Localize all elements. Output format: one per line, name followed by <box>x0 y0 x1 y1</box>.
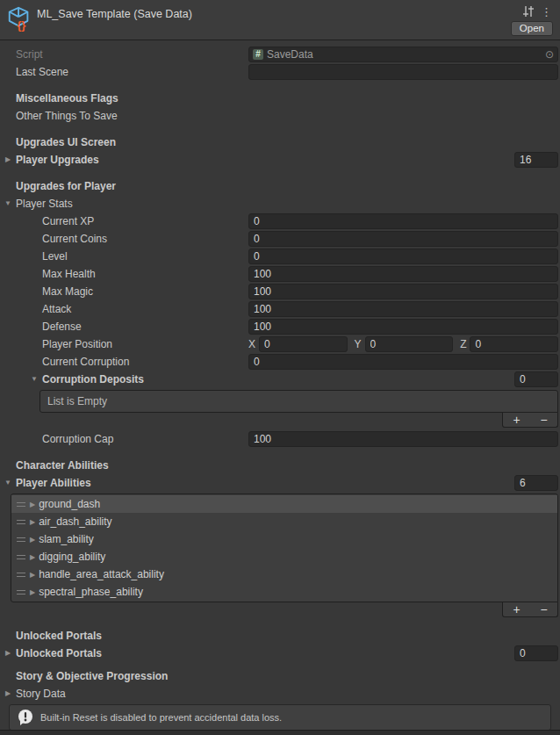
script-object-field[interactable]: # SaveData ⊙ <box>248 47 558 62</box>
player-upgrades-size-input[interactable] <box>514 152 558 168</box>
foldout-arrow-icon[interactable] <box>3 479 13 486</box>
asset-title: ML_Save Template (Save Data) <box>37 8 192 20</box>
story-header-row: Story & Objective Progression <box>0 667 560 685</box>
foldout-arrow-icon[interactable] <box>3 650 13 657</box>
foldout-arrow-icon[interactable]: ▶ <box>30 571 35 579</box>
drag-handle-icon[interactable] <box>17 502 25 507</box>
max-health-input[interactable] <box>248 266 558 282</box>
current-xp-input[interactable] <box>248 213 558 229</box>
foldout-arrow-icon[interactable] <box>3 690 13 697</box>
drag-handle-icon[interactable] <box>17 520 25 524</box>
list-remove-button[interactable]: − <box>533 414 556 426</box>
story-data-label: Story Data <box>0 688 248 700</box>
ability-name: handle_area_attack_ability <box>39 568 164 580</box>
unity-inspector-panel: {} ML_Save Template (Save Data) ⋮ Open S… <box>0 0 560 735</box>
axis-y-label: Y <box>355 338 365 350</box>
inspector-body: Script # SaveData ⊙ Last Scene Miscellan… <box>0 40 560 731</box>
story-progression-header: Story & Objective Progression <box>0 670 248 682</box>
upgrades-for-player-header-row: Upgrades for Player <box>0 177 560 195</box>
foldout-arrow-icon[interactable]: ▶ <box>30 536 35 544</box>
player-abilities-label: Player Abilities <box>0 477 248 489</box>
current-corruption-label: Current Corruption <box>0 356 248 368</box>
corruption-deposits-list-footer: + − <box>0 413 558 429</box>
foldout-arrow-icon[interactable] <box>3 156 13 163</box>
foldout-arrow-icon[interactable] <box>29 376 39 383</box>
unlocked-portals-size-input[interactable] <box>514 645 558 661</box>
list-item-slam[interactable]: ▶ slam_ability <box>11 530 557 548</box>
list-item-digging[interactable]: ▶ digging_ability <box>11 548 557 566</box>
defense-row: Defense <box>0 318 560 335</box>
foldout-arrow-icon[interactable]: ▶ <box>30 553 35 561</box>
level-input[interactable] <box>248 249 558 264</box>
corruption-deposits-list: List is Empty <box>39 390 558 413</box>
foldout-arrow-icon[interactable]: ▶ <box>30 518 35 526</box>
upgrades-ui-header: Upgrades UI Screen <box>0 136 248 148</box>
open-button[interactable]: Open <box>511 21 553 36</box>
helpbox-text: Built-in Reset is disabled to prevent ac… <box>40 712 282 723</box>
story-data-foldout-row[interactable]: Story Data <box>0 685 560 703</box>
foldout-arrow-icon[interactable]: ▶ <box>30 501 35 508</box>
corruption-deposits-row[interactable]: Corruption Deposits <box>0 371 560 388</box>
axis-x-label: X <box>248 338 259 350</box>
list-add-button[interactable]: + <box>506 414 528 426</box>
list-item-ground-dash[interactable]: ▶ ground_dash <box>11 495 557 513</box>
foldout-arrow-icon[interactable] <box>3 200 13 207</box>
list-item-air-dash[interactable]: ▶ air_dash_ability <box>11 513 557 530</box>
player-abilities-list-footer: + − <box>0 602 558 618</box>
kebab-menu-icon[interactable]: ⋮ <box>541 6 552 18</box>
player-stats-foldout-row[interactable]: Player Stats <box>0 195 560 213</box>
corruption-cap-input[interactable] <box>248 431 558 447</box>
max-magic-input[interactable] <box>248 284 558 299</box>
current-coins-input[interactable] <box>248 231 558 247</box>
drag-handle-icon[interactable] <box>17 573 25 577</box>
current-xp-label: Current XP <box>0 215 248 227</box>
inspector-header: {} ML_Save Template (Save Data) ⋮ Open <box>0 0 560 40</box>
defense-input[interactable] <box>248 319 558 335</box>
list-add-button[interactable]: + <box>506 603 528 616</box>
max-magic-label: Max Magic <box>0 285 248 298</box>
last-scene-input[interactable] <box>248 64 558 80</box>
attack-row: Attack <box>0 300 560 318</box>
drag-handle-icon[interactable] <box>17 537 25 542</box>
scriptable-object-icon: {} <box>6 5 32 32</box>
player-abilities-foldout-row[interactable]: Player Abilities <box>0 474 560 492</box>
player-stats-label: Player Stats <box>0 198 248 210</box>
player-abilities-size-input[interactable] <box>514 475 558 491</box>
ability-name: slam_ability <box>39 533 94 545</box>
upgrades-ui-header-row: Upgrades UI Screen <box>0 133 560 151</box>
position-x-input[interactable] <box>259 336 348 352</box>
script-object-name: SaveData <box>267 48 313 61</box>
current-corruption-row: Current Corruption <box>0 353 560 371</box>
max-magic-row: Max Magic <box>0 283 560 300</box>
list-item-spectral-phase[interactable]: ▶ spectral_phase_ability <box>11 583 557 601</box>
current-coins-row: Current Coins <box>0 230 560 248</box>
player-upgrades-label: Player Upgrades <box>0 154 248 166</box>
position-y-input[interactable] <box>365 336 454 352</box>
unlocked-portals-foldout-row[interactable]: Unlocked Portals <box>0 645 560 662</box>
drag-handle-icon[interactable] <box>17 555 25 559</box>
ability-name: spectral_phase_ability <box>39 586 143 598</box>
ability-name: digging_ability <box>39 551 105 563</box>
attack-input[interactable] <box>248 301 558 317</box>
object-picker-icon[interactable]: ⊙ <box>545 49 554 60</box>
list-empty-text: List is Empty <box>40 395 107 407</box>
player-upgrades-row[interactable]: Player Upgrades <box>0 151 560 169</box>
unlocked-portals-label: Unlocked Portals <box>0 647 248 659</box>
drag-handle-icon[interactable] <box>17 590 25 594</box>
ability-name: air_dash_ability <box>39 515 111 528</box>
attack-label: Attack <box>0 303 248 315</box>
current-corruption-input[interactable] <box>248 354 558 370</box>
list-remove-button[interactable]: − <box>533 603 556 616</box>
presets-icon[interactable] <box>522 5 535 18</box>
player-abilities-list: ▶ ground_dash ▶ air_dash_ability ▶ slam_… <box>11 494 558 602</box>
position-z-input[interactable] <box>470 336 558 352</box>
level-label: Level <box>0 250 248 263</box>
other-things-row: Other Things To Save <box>0 107 560 125</box>
list-item-handle-area-attack[interactable]: ▶ handle_area_attack_ability <box>11 566 557 583</box>
preview-divider[interactable] <box>0 730 560 735</box>
script-row: Script # SaveData ⊙ <box>0 46 560 63</box>
foldout-arrow-icon[interactable]: ▶ <box>30 588 35 596</box>
last-scene-label: Last Scene <box>0 66 248 78</box>
misc-flags-header-row: Miscellaneous Flags <box>0 90 560 107</box>
corruption-deposits-size-input[interactable] <box>514 371 558 387</box>
